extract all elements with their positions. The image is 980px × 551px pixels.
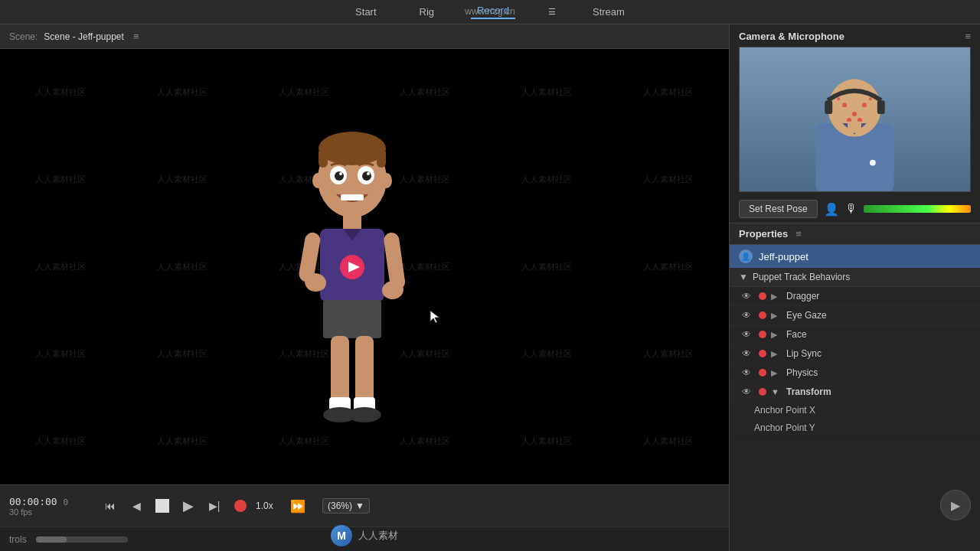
behavior-row-face[interactable]: 👁 ▶ Face (730, 325, 980, 344)
visibility-physics-icon[interactable]: 👁 (742, 367, 754, 378)
dot-face (759, 331, 766, 338)
fast-forward-button[interactable]: ⏩ (287, 495, 309, 517)
wm-cell: 人人素材社区 (122, 49, 243, 136)
wm-cell: 人人素材社区 (122, 223, 243, 311)
svg-rect-32 (877, 100, 885, 114)
logo-section: M 人人素材 (331, 525, 398, 546)
wm-cell: 人人素材社区 (0, 136, 122, 223)
scrollbar-thumb[interactable] (36, 536, 67, 543)
play-button[interactable]: ▶ (178, 495, 199, 517)
zoom-value: (36%) (328, 500, 352, 511)
nav-stream[interactable]: Stream (586, 6, 631, 18)
anchor-y-label: Anchor Point Y (754, 422, 815, 433)
eyegaze-label: Eye Gaze (786, 310, 827, 321)
dot-dragger (759, 292, 766, 300)
bottom-bar: trols M 人人素材 (0, 527, 729, 551)
record-button[interactable] (230, 495, 251, 517)
camera-menu-icon[interactable]: ≡ (965, 31, 971, 42)
properties-title: Properties (739, 228, 788, 240)
visibility-face-icon[interactable]: 👁 (742, 329, 754, 340)
audio-level-bar (864, 205, 971, 213)
properties-menu-icon[interactable]: ≡ (795, 228, 802, 240)
step-back-button[interactable]: ◀ (126, 495, 147, 517)
step-forward-button[interactable]: ▶| (204, 495, 225, 517)
wm-cell: 人人素材社区 (486, 49, 608, 136)
logo-icon: M (331, 525, 352, 546)
behavior-row-physics[interactable]: 👁 ▶ Physics (730, 364, 980, 383)
expand-physics-icon[interactable]: ▶ (771, 368, 782, 378)
fps-label: 30 fps (9, 507, 86, 517)
expand-transform-icon[interactable]: ▼ (771, 387, 782, 396)
wm-cell: 人人素材社区 (607, 397, 729, 484)
svg-point-35 (852, 112, 857, 116)
record-icon (234, 500, 247, 512)
behavior-row-eyegaze[interactable]: 👁 ▶ Eye Gaze (730, 306, 980, 325)
wm-cell: 人人素材社区 (486, 397, 608, 484)
wm-cell: 人人素材社区 (607, 310, 729, 397)
svg-point-11 (367, 172, 370, 175)
skip-start-button[interactable]: ⏮ (100, 495, 121, 517)
wm-cell: 人人素材社区 (0, 49, 122, 136)
nav-record[interactable]: Record (471, 5, 515, 19)
nav-record-menu[interactable]: ☰ (548, 7, 556, 17)
transform-row[interactable]: 👁 ▼ Transform (730, 383, 980, 402)
microphone-icon: 🎙 (845, 202, 858, 216)
stop-icon (155, 499, 169, 513)
nav-start[interactable]: Start (349, 6, 382, 18)
svg-point-41 (870, 160, 876, 166)
nav-rig[interactable]: Rig (413, 6, 441, 18)
puppet-row[interactable]: 👤 Jeff-puppet (730, 245, 980, 268)
play-bottom-right-button[interactable]: ▶ (940, 490, 971, 520)
scene-menu-icon[interactable]: ≡ (133, 31, 139, 42)
svg-point-1 (318, 132, 386, 165)
wm-cell: 人人素材社区 (486, 310, 608, 397)
expand-dragger-icon[interactable]: ▶ (771, 292, 782, 302)
svg-point-10 (339, 172, 342, 175)
main-layout: Scene: Scene - Jeff-puppet ≡ 人人素材社区 人人素材… (0, 24, 980, 551)
track-behaviors-header[interactable]: ▼ Puppet Track Behaviors (730, 268, 980, 287)
visibility-transform-icon[interactable]: 👁 (742, 386, 754, 397)
transform-label: Transform (786, 386, 831, 397)
dot-transform (759, 388, 766, 396)
expand-face-icon[interactable]: ▶ (771, 330, 782, 340)
zoom-dropdown[interactable]: (36%) ▼ (322, 498, 370, 514)
svg-rect-2 (318, 148, 328, 168)
stop-button[interactable] (152, 495, 173, 517)
logo-text: 人人素材 (358, 529, 398, 543)
dot-physics (759, 369, 766, 377)
timeline-bar: 00:00:00 0 30 fps ⏮ ◀ ▶ ▶| (0, 484, 729, 527)
visibility-lipsync-icon[interactable]: 👁 (742, 348, 754, 359)
svg-point-5 (381, 173, 392, 188)
svg-point-33 (842, 103, 847, 107)
person-icon: 👤 (824, 202, 839, 217)
wm-cell: 人人素材社区 (0, 310, 122, 397)
svg-point-9 (362, 171, 371, 181)
behavior-row-dragger[interactable]: 👁 ▶ Dragger (730, 287, 980, 306)
camera-section: Camera & Microphone ≡ (730, 24, 980, 195)
svg-rect-3 (377, 148, 386, 168)
set-rest-pose-button[interactable]: Set Rest Pose (739, 200, 818, 218)
puppet-name-label: Jeff-puppet (759, 251, 808, 262)
track-behaviors-label: Puppet Track Behaviors (753, 272, 850, 282)
camera-video (740, 47, 970, 192)
scrollbar-track[interactable] (36, 536, 128, 543)
camera-header: Camera & Microphone ≡ (739, 31, 971, 42)
wm-cell: 人人素材社区 (243, 49, 364, 136)
expand-lipsync-icon[interactable]: ▶ (771, 349, 782, 359)
visibility-dragger-icon[interactable]: 👁 (742, 291, 754, 302)
wm-cell: 人人素材社区 (122, 310, 243, 397)
svg-point-8 (335, 171, 344, 181)
wm-cell: 人人素材社区 (607, 223, 729, 311)
camera-person (740, 47, 970, 191)
wm-cell: 人人素材社区 (486, 223, 608, 311)
behavior-row-lipsync[interactable]: 👁 ▶ Lip Sync (730, 344, 980, 364)
dot-lipsync (759, 350, 766, 357)
scene-header: Scene: Scene - Jeff-puppet ≡ (0, 24, 729, 49)
svg-rect-23 (355, 336, 374, 405)
visibility-eyegaze-icon[interactable]: 👁 (742, 310, 754, 321)
collapse-arrow-icon: ▼ (739, 272, 748, 282)
face-label: Face (786, 329, 807, 340)
transport-controls: ⏮ ◀ ▶ ▶| 1.0x ⏩ (100, 495, 309, 517)
expand-eyegaze-icon[interactable]: ▶ (771, 311, 782, 321)
scene-canvas[interactable]: 人人素材社区 人人素材社区 人人素材社区 人人素材社区 人人素材社区 人人素材社… (0, 49, 729, 484)
